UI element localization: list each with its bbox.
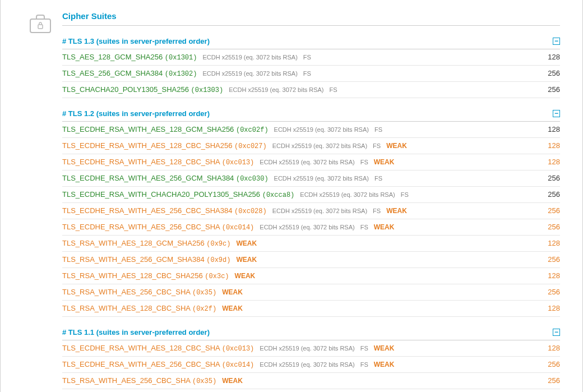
weak-badge: WEAK [374, 361, 395, 368]
cipher-name[interactable]: TLS_AES_256_GCM_SHA384 (0x1302) [62, 69, 197, 78]
cipher-name[interactable]: TLS_RSA_WITH_AES_256_GCM_SHA384 (0x9d) [62, 255, 230, 264]
fs-badge: FS [360, 224, 368, 230]
cipher-details: ECDH x25519 (eq. 3072 bits RSA) [274, 126, 369, 133]
group-header-tls11: # TLS 1.1 (suites in server-preferred or… [62, 325, 560, 340]
cipher-strength: 128 [538, 53, 560, 61]
svg-rect-0 [30, 19, 50, 33]
cipher-row: TLS_ECDHE_RSA_WITH_AES_256_GCM_SHA384 (0… [62, 170, 560, 187]
cipher-row: TLS_ECDHE_RSA_WITH_AES_256_CBC_SHA (0xc0… [62, 219, 560, 236]
collapse-toggle[interactable]: − [553, 38, 560, 45]
cipher-row: TLS_RSA_WITH_AES_256_CBC_SHA (0x35)WEAK2… [62, 284, 560, 301]
group-label: # TLS 1.2 (suites in server-preferred or… [62, 109, 210, 118]
cipher-details: ECDH x25519 (eq. 3072 bits RSA) [202, 70, 297, 77]
cipher-name[interactable]: TLS_RSA_WITH_AES_128_GCM_SHA256 (0x9c) [62, 239, 230, 248]
cipher-strength: 256 [538, 255, 560, 264]
cipher-strength: 256 [538, 288, 560, 296]
cipher-details: ECDH x25519 (eq. 3072 bits RSA) [274, 175, 369, 182]
cipher-row: TLS_ECDHE_RSA_WITH_AES_128_CBC_SHA (0xc0… [62, 340, 560, 357]
cipher-row: TLS_ECDHE_RSA_WITH_AES_128_CBC_SHA256 (0… [62, 138, 560, 154]
cipher-hex: (0x9d) [206, 256, 230, 264]
cipher-strength: 128 [538, 271, 560, 280]
cipher-hex: (0x1303) [191, 86, 224, 94]
cipher-strength: 256 [538, 69, 560, 77]
cipher-strength: 128 [538, 158, 560, 166]
cipher-strength: 128 [538, 344, 560, 352]
cipher-strength: 256 [538, 174, 560, 182]
cipher-details: ECDH x25519 (eq. 3072 bits RSA) [260, 361, 354, 368]
cipher-row: TLS_ECDHE_RSA_WITH_CHACHA20_POLY1305_SHA… [62, 187, 560, 203]
weak-badge: WEAK [386, 142, 407, 150]
cipher-strength: 256 [538, 206, 560, 215]
cipher-details: ECDH x25519 (eq. 3072 bits RSA) [260, 159, 354, 165]
cipher-row: TLS_ECDHE_RSA_WITH_AES_128_GCM_SHA256 (0… [62, 122, 560, 138]
cipher-hex: (0xc014) [222, 224, 255, 232]
group-header-tls13: # TLS 1.3 (suites in server-preferred or… [62, 34, 560, 49]
cipher-row: TLS_RSA_WITH_AES_256_CBC_SHA (0x35)WEAK2… [62, 373, 560, 389]
cipher-hex: (0xc014) [222, 361, 255, 369]
cipher-name[interactable]: TLS_ECDHE_RSA_WITH_AES_128_CBC_SHA (0xc0… [62, 344, 254, 353]
group-label: # TLS 1.3 (suites in server-preferred or… [62, 37, 210, 45]
cipher-name[interactable]: TLS_RSA_WITH_AES_256_CBC_SHA (0x35) [62, 288, 216, 297]
cipher-name[interactable]: TLS_ECDHE_RSA_WITH_AES_128_GCM_SHA256 (0… [62, 125, 269, 134]
cipher-row: TLS_AES_256_GCM_SHA384 (0x1302)ECDH x255… [62, 66, 560, 82]
cipher-row: TLS_AES_128_GCM_SHA256 (0x1301)ECDH x255… [62, 49, 560, 66]
group-label: # TLS 1.1 (suites in server-preferred or… [62, 328, 210, 336]
fs-badge: FS [360, 159, 368, 165]
cipher-name[interactable]: TLS_RSA_WITH_AES_128_CBC_SHA (0x2f) [62, 304, 216, 313]
cipher-name[interactable]: TLS_ECDHE_RSA_WITH_AES_128_CBC_SHA (0xc0… [62, 158, 254, 167]
cipher-details: ECDH x25519 (eq. 3072 bits RSA) [272, 142, 367, 149]
cipher-strength: 256 [538, 223, 560, 231]
cipher-row: TLS_ECDHE_RSA_WITH_AES_256_CBC_SHA384 (0… [62, 203, 560, 219]
cipher-name[interactable]: TLS_ECDHE_RSA_WITH_AES_256_CBC_SHA384 (0… [62, 206, 267, 215]
cipher-hex: (0xc027) [234, 142, 267, 150]
section-icon-col [29, 11, 62, 35]
group-header-tls12: # TLS 1.2 (suites in server-preferred or… [62, 106, 560, 122]
cipher-hex: (0x2f) [192, 305, 216, 313]
weak-badge: WEAK [374, 158, 395, 166]
fs-badge: FS [360, 361, 368, 368]
cipher-hex: (0x35) [192, 289, 216, 297]
cipher-details: ECDH x25519 (eq. 3072 bits RSA) [229, 86, 323, 93]
fs-badge: FS [330, 86, 337, 93]
cipher-row: TLS_ECDHE_RSA_WITH_AES_256_CBC_SHA (0xc0… [62, 357, 560, 373]
cipher-name[interactable]: TLS_ECDHE_RSA_WITH_AES_128_CBC_SHA256 (0… [62, 141, 267, 150]
svg-rect-1 [38, 25, 43, 29]
fs-badge: FS [373, 142, 381, 149]
cipher-details: ECDH x25519 (eq. 3072 bits RSA) [300, 191, 395, 198]
weak-badge: WEAK [222, 305, 243, 312]
fs-badge: FS [303, 70, 311, 77]
cipher-row: TLS_RSA_WITH_AES_256_GCM_SHA384 (0x9d)WE… [62, 252, 560, 268]
cipher-name[interactable]: TLS_AES_128_GCM_SHA256 (0x1301) [62, 53, 197, 62]
cipher-strength: 128 [538, 304, 560, 312]
cipher-name[interactable]: TLS_RSA_WITH_AES_128_CBC_SHA256 (0x3c) [62, 271, 229, 280]
weak-badge: WEAK [236, 239, 257, 247]
cipher-hex: (0x1301) [165, 54, 197, 62]
cipher-strength: 256 [538, 360, 560, 368]
cipher-hex: (0xc013) [222, 345, 255, 353]
cipher-name[interactable]: TLS_ECDHE_RSA_WITH_CHACHA20_POLY1305_SHA… [62, 190, 294, 199]
cipher-row: TLS_RSA_WITH_AES_128_GCM_SHA256 (0x9c)WE… [62, 236, 560, 252]
cipher-hex: (0xc013) [222, 159, 255, 167]
cipher-name[interactable]: TLS_ECDHE_RSA_WITH_AES_256_GCM_SHA384 (0… [62, 174, 269, 183]
cipher-details: ECDH x25519 (eq. 3072 bits RSA) [272, 207, 367, 214]
weak-badge: WEAK [222, 288, 243, 296]
collapse-toggle[interactable]: − [553, 329, 560, 336]
cipher-details: ECDH x25519 (eq. 3072 bits RSA) [202, 54, 297, 61]
cipher-row: TLS_RSA_WITH_AES_128_CBC_SHA (0x2f)WEAK1… [62, 301, 560, 317]
cipher-name[interactable]: TLS_CHACHA20_POLY1305_SHA256 (0x1303) [62, 85, 223, 94]
cipher-hex: (0x35) [192, 377, 216, 385]
weak-badge: WEAK [374, 344, 395, 352]
collapse-toggle[interactable]: − [553, 110, 560, 117]
weak-badge: WEAK [235, 272, 256, 280]
cipher-row: TLS_ECDHE_RSA_WITH_AES_128_CBC_SHA (0xc0… [62, 154, 560, 170]
fs-badge: FS [401, 191, 409, 198]
weak-badge: WEAK [386, 207, 407, 215]
cipher-hex: (0xc030) [236, 175, 269, 183]
briefcase-lock-icon [29, 13, 62, 35]
cipher-suites-panel: Cipher Suites # TLS 1.3 (suites in serve… [0, 0, 583, 392]
fs-badge: FS [374, 175, 382, 182]
cipher-name[interactable]: TLS_ECDHE_RSA_WITH_AES_256_CBC_SHA (0xc0… [62, 360, 254, 369]
cipher-name[interactable]: TLS_ECDHE_RSA_WITH_AES_256_CBC_SHA (0xc0… [62, 223, 254, 232]
cipher-hex: (0xcca8) [262, 191, 295, 199]
cipher-name[interactable]: TLS_RSA_WITH_AES_256_CBC_SHA (0x35) [62, 376, 216, 385]
